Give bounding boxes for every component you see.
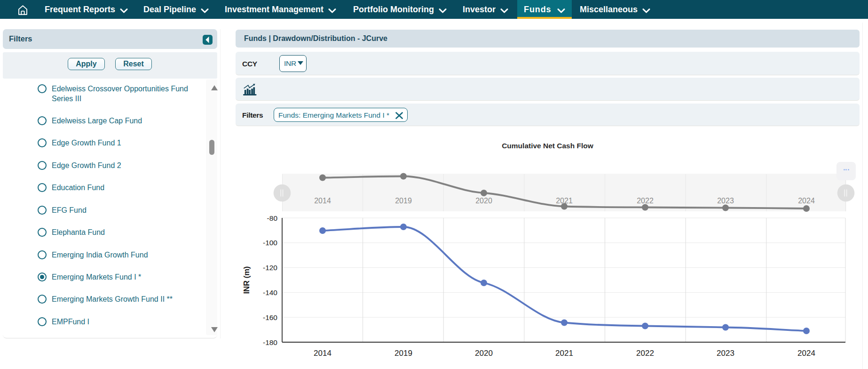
svg-text:2024: 2024 <box>797 349 815 358</box>
svg-text:2014: 2014 <box>314 197 331 205</box>
svg-text:-160: -160 <box>263 313 277 321</box>
svg-text:-100: -100 <box>263 239 277 247</box>
svg-text:2020: 2020 <box>475 197 492 205</box>
svg-text:INR (m): INR (m) <box>242 266 251 294</box>
svg-text:2020: 2020 <box>475 349 493 358</box>
svg-text:2021: 2021 <box>555 349 573 358</box>
svg-text:2023: 2023 <box>717 349 734 358</box>
svg-text:-80: -80 <box>267 214 278 222</box>
svg-text:2022: 2022 <box>636 349 654 358</box>
svg-text:-180: -180 <box>263 338 277 346</box>
svg-text:2019: 2019 <box>395 197 412 205</box>
svg-text:2019: 2019 <box>395 349 412 358</box>
svg-text:2024: 2024 <box>798 197 815 205</box>
svg-text:2022: 2022 <box>637 197 654 205</box>
svg-text:2023: 2023 <box>717 197 734 205</box>
svg-text:2014: 2014 <box>314 349 331 358</box>
svg-text:-140: -140 <box>263 289 277 297</box>
svg-text:-120: -120 <box>263 264 277 272</box>
